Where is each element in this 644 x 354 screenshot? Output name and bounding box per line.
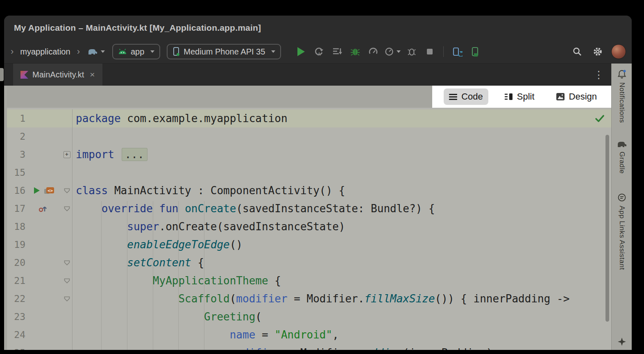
line-number: 25 bbox=[7, 347, 25, 350]
mode-design-button[interactable]: Design bbox=[551, 88, 602, 105]
code-text[interactable]: Greeting( bbox=[73, 311, 262, 323]
tab-label: MainActivity.kt bbox=[32, 70, 84, 79]
gradle-sync-icon bbox=[87, 48, 98, 56]
compose-preview-gutter-icon[interactable]: <> bbox=[44, 186, 54, 195]
main-toolbar: › myapplication › app bbox=[4, 40, 632, 64]
editor-line: 15 bbox=[7, 163, 611, 182]
profile-button[interactable] bbox=[366, 44, 380, 59]
attach-debugger-icon bbox=[407, 47, 417, 57]
gutter: 17 bbox=[7, 200, 73, 218]
code-text[interactable]: setContent { bbox=[73, 256, 204, 269]
gutter: 25 bbox=[7, 344, 73, 350]
apply-code-changes-button[interactable] bbox=[330, 44, 344, 59]
editor-tab-bar: MainActivity.kt × ⋮ bbox=[4, 64, 611, 86]
chevron-down-icon bbox=[150, 50, 154, 53]
chevron-down-icon bbox=[397, 50, 401, 53]
stripe-gradle[interactable]: Gradle bbox=[617, 140, 627, 174]
fold-collapse-icon[interactable] bbox=[64, 278, 70, 284]
gutter: 15 bbox=[7, 163, 73, 182]
profiler-dropdown-button[interactable] bbox=[384, 44, 401, 59]
fold-collapse-icon[interactable] bbox=[64, 206, 70, 211]
line-number: 23 bbox=[7, 311, 25, 322]
chevron-down-icon bbox=[101, 50, 105, 53]
override-gutter-icon[interactable] bbox=[39, 204, 48, 213]
gutter: 18 bbox=[7, 218, 73, 236]
editor-scrollbar-thumb[interactable] bbox=[605, 135, 609, 322]
svg-text:<>: <> bbox=[48, 188, 53, 193]
fold-collapse-icon[interactable] bbox=[64, 296, 70, 302]
inspection-ok-icon bbox=[595, 114, 605, 123]
stop-button[interactable] bbox=[423, 44, 437, 59]
code-text[interactable]: modifier = Modifier.padding(innerPadding… bbox=[73, 347, 493, 350]
settings-button[interactable] bbox=[591, 44, 605, 59]
stripe-label: Gradle bbox=[618, 152, 626, 174]
run-button[interactable] bbox=[294, 44, 308, 59]
app-links-icon bbox=[617, 193, 627, 202]
device-manager-button[interactable] bbox=[450, 44, 464, 59]
editor-line: 21 MyApplicationTheme { bbox=[7, 272, 611, 290]
run-configuration-select[interactable]: app bbox=[112, 44, 160, 59]
editor-line: 22 Scaffold(modifier = Modifier.fillMaxS… bbox=[7, 290, 611, 308]
split-view-icon bbox=[504, 93, 513, 100]
fold-expand-icon[interactable]: + bbox=[63, 151, 70, 158]
sparkle-icon bbox=[618, 338, 626, 346]
fold-collapse-icon[interactable] bbox=[64, 188, 70, 193]
mode-split-button[interactable]: Split bbox=[499, 88, 540, 105]
line-number: 1 bbox=[7, 113, 25, 124]
stripe-ai-assistant[interactable] bbox=[618, 338, 626, 347]
running-devices-icon bbox=[470, 47, 480, 57]
chevron-right-icon: › bbox=[76, 47, 81, 56]
apply-changes-button[interactable]: A bbox=[312, 44, 326, 59]
attach-debugger-button[interactable] bbox=[405, 44, 419, 59]
gradle-sync-button[interactable] bbox=[87, 44, 105, 59]
line-number: 22 bbox=[7, 293, 25, 304]
apply-changes-icon: A bbox=[314, 47, 324, 57]
line-number: 2 bbox=[7, 131, 25, 142]
stripe-app-links-assistant[interactable]: App Links Assistant bbox=[617, 193, 627, 270]
device-phone-icon bbox=[172, 47, 180, 57]
editor-line: 2 bbox=[7, 127, 611, 145]
code-text[interactable]: override fun onCreate(savedInstanceState… bbox=[73, 202, 435, 215]
code-text[interactable]: enableEdgeToEdge() bbox=[73, 238, 243, 251]
editor-mode-switcher: Code Split bbox=[432, 86, 611, 108]
gutter: 24 bbox=[7, 326, 73, 344]
search-everywhere-button[interactable] bbox=[570, 44, 584, 59]
code-text[interactable]: import ... bbox=[73, 148, 148, 161]
code-text[interactable]: super.onCreate(savedInstanceState) bbox=[73, 220, 345, 233]
more-options-icon[interactable]: ⋮ bbox=[594, 69, 604, 81]
stripe-notifications[interactable]: Notifications bbox=[617, 69, 627, 123]
fold-collapse-icon[interactable] bbox=[64, 260, 70, 266]
editor-line: 18 super.onCreate(savedInstanceState) bbox=[7, 218, 611, 236]
gradle-icon bbox=[617, 140, 627, 148]
tab-close-icon[interactable]: × bbox=[90, 70, 95, 79]
code-text[interactable]: package com.example.myapplication bbox=[73, 112, 288, 125]
editor-pane: Code Split bbox=[7, 86, 611, 350]
run-class-gutter-icon[interactable] bbox=[32, 186, 41, 195]
project-breadcrumb[interactable]: myapplication bbox=[18, 46, 72, 57]
running-devices-button[interactable] bbox=[468, 44, 482, 59]
kotlin-file-icon bbox=[20, 71, 28, 79]
bell-icon bbox=[617, 69, 627, 79]
tab-mainactivity[interactable]: MainActivity.kt × bbox=[13, 64, 102, 86]
code-text[interactable]: class MainActivity : ComponentActivity()… bbox=[73, 184, 345, 197]
search-icon bbox=[572, 47, 582, 57]
window-title: My Application – MainActivity.kt [My_App… bbox=[14, 23, 261, 33]
gutter: 22 bbox=[7, 290, 73, 308]
editor-line: 24 name = "Android", bbox=[7, 326, 611, 344]
code-text[interactable]: MyApplicationTheme { bbox=[73, 275, 281, 287]
code-editor[interactable]: 1package com.example.myapplication23+imp… bbox=[7, 108, 611, 350]
line-number: 17 bbox=[7, 203, 25, 214]
code-text[interactable]: Scaffold(modifier = Modifier.fillMaxSize… bbox=[73, 293, 569, 305]
mode-code-button[interactable]: Code bbox=[444, 88, 488, 105]
code-text[interactable]: name = "Android", bbox=[73, 329, 339, 341]
title-bar: My Application – MainActivity.kt [My_App… bbox=[4, 16, 632, 40]
device-manager-icon bbox=[452, 47, 463, 57]
toolbar-separator bbox=[443, 46, 444, 57]
line-number: 19 bbox=[7, 239, 25, 250]
line-number: 20 bbox=[7, 257, 25, 268]
user-avatar[interactable] bbox=[611, 44, 626, 59]
gutter: 21 bbox=[7, 272, 73, 290]
stripe-label: Notifications bbox=[618, 82, 626, 123]
debug-button[interactable] bbox=[348, 44, 362, 59]
device-select[interactable]: Medium Phone API 35 bbox=[167, 44, 281, 59]
